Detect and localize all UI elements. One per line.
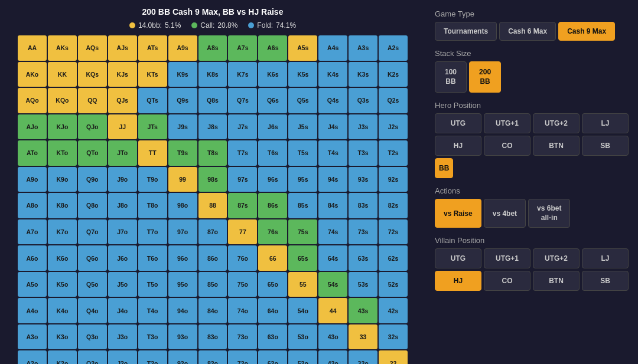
cell-22[interactable]: 22 — [379, 350, 408, 364]
cell-jto[interactable]: JTo — [108, 140, 137, 166]
cell-aa[interactable]: AA — [18, 35, 47, 61]
cell-tt[interactable]: TT — [138, 140, 167, 166]
btn-100bb[interactable]: 100BB — [435, 61, 467, 93]
cell-ato[interactable]: ATo — [18, 140, 47, 166]
cell-84o[interactable]: 84o — [198, 298, 227, 323]
cell-jj[interactable]: JJ — [108, 114, 137, 140]
cell-85s[interactable]: 85s — [288, 193, 317, 218]
cell-q7s[interactable]: Q7s — [228, 88, 257, 113]
cell-j5o[interactable]: J5o — [108, 272, 137, 297]
cell-kqo[interactable]: KQo — [48, 88, 77, 113]
cell-66[interactable]: 66 — [258, 245, 287, 271]
cell-t4s[interactable]: T4s — [318, 140, 347, 166]
cell-99[interactable]: 99 — [168, 167, 197, 192]
cell-j4s[interactable]: J4s — [318, 114, 347, 140]
cell-53s[interactable]: 53s — [349, 272, 377, 297]
cell-a6o[interactable]: A6o — [18, 245, 47, 271]
cell-k9s[interactable]: K9s — [168, 62, 197, 87]
cell-98o[interactable]: 98o — [168, 193, 197, 218]
cell-63s[interactable]: 63s — [349, 245, 377, 271]
cell-64o[interactable]: 64o — [258, 298, 287, 323]
cell-k5s[interactable]: K5s — [288, 62, 317, 87]
cell-t2o[interactable]: T2o — [138, 350, 167, 364]
cell-kjs[interactable]: KJs — [108, 62, 137, 87]
cell-q2s[interactable]: Q2s — [379, 88, 408, 113]
cell-t7s[interactable]: T7s — [228, 140, 257, 166]
villain-sb[interactable]: SB — [582, 271, 629, 291]
cell-97o[interactable]: 97o — [168, 219, 197, 245]
cell-kts[interactable]: KTs — [138, 62, 167, 87]
cell-65s[interactable]: 65s — [288, 245, 317, 271]
cell-t3s[interactable]: T3s — [349, 140, 377, 166]
cell-a4o[interactable]: A4o — [18, 298, 47, 323]
cell-33[interactable]: 33 — [349, 324, 377, 350]
cell-82s[interactable]: 82s — [379, 193, 408, 218]
cell-96s[interactable]: 96s — [258, 167, 287, 192]
cell-a2s[interactable]: A2s — [379, 35, 408, 61]
cell-ats[interactable]: ATs — [138, 35, 167, 61]
cell-q6s[interactable]: Q6s — [258, 88, 287, 113]
cell-87s[interactable]: 87s — [228, 193, 257, 218]
cell-q5s[interactable]: Q5s — [288, 88, 317, 113]
cell-j3s[interactable]: J3s — [349, 114, 377, 140]
cell-a8s[interactable]: A8s — [198, 35, 227, 61]
cell-j2s[interactable]: J2s — [379, 114, 408, 140]
hero-bb[interactable]: BB — [435, 158, 453, 178]
cell-kk[interactable]: KK — [48, 62, 77, 87]
cell-q8s[interactable]: Q8s — [198, 88, 227, 113]
cell-43o[interactable]: 43o — [318, 324, 347, 350]
cell-k2o[interactable]: K2o — [48, 350, 77, 364]
cell-j5s[interactable]: J5s — [288, 114, 317, 140]
btn-vs-6bet[interactable]: vs 6betall-in — [528, 199, 570, 228]
cell-q7o[interactable]: Q7o — [78, 219, 107, 245]
cell-a2o[interactable]: A2o — [18, 350, 47, 364]
cell-kto[interactable]: KTo — [48, 140, 77, 166]
cell-64s[interactable]: 64s — [318, 245, 347, 271]
cell-88[interactable]: 88 — [198, 193, 227, 218]
cell-72o[interactable]: 72o — [228, 350, 257, 364]
cell-94s[interactable]: 94s — [318, 167, 347, 192]
cell-qto[interactable]: QTo — [78, 140, 107, 166]
cell-qq[interactable]: QQ — [78, 88, 107, 113]
cell-53o[interactable]: 53o — [288, 324, 317, 350]
cell-k8o[interactable]: K8o — [48, 193, 77, 218]
btn-vs-4bet[interactable]: vs 4bet — [484, 199, 526, 228]
cell-93o[interactable]: 93o — [168, 324, 197, 350]
hero-hj[interactable]: HJ — [435, 136, 481, 156]
cell-76s[interactable]: 76s — [258, 219, 287, 245]
cell-jts[interactable]: JTs — [138, 114, 167, 140]
cell-75s[interactable]: 75s — [288, 219, 317, 245]
cell-j7s[interactable]: J7s — [228, 114, 257, 140]
cell-95s[interactable]: 95s — [288, 167, 317, 192]
cell-aks[interactable]: AKs — [48, 35, 77, 61]
cell-77[interactable]: 77 — [228, 219, 257, 245]
cell-a5s[interactable]: A5s — [288, 35, 317, 61]
hero-btn[interactable]: BTN — [533, 136, 580, 156]
villain-lj[interactable]: LJ — [582, 248, 629, 268]
cell-a8o[interactable]: A8o — [18, 193, 47, 218]
cell-42o[interactable]: 42o — [318, 350, 347, 364]
cell-92s[interactable]: 92s — [379, 167, 408, 192]
cell-a5o[interactable]: A5o — [18, 272, 47, 297]
cell-k4o[interactable]: K4o — [48, 298, 77, 323]
cell-a7s[interactable]: A7s — [228, 35, 257, 61]
cell-54s[interactable]: 54s — [318, 272, 347, 297]
villain-utg1[interactable]: UTG+1 — [484, 248, 530, 268]
cell-t8s[interactable]: T8s — [198, 140, 227, 166]
cell-q4s[interactable]: Q4s — [318, 88, 347, 113]
cell-83o[interactable]: 83o — [198, 324, 227, 350]
cell-j4o[interactable]: J4o — [108, 298, 137, 323]
cell-k7s[interactable]: K7s — [228, 62, 257, 87]
cell-q9s[interactable]: Q9s — [168, 88, 197, 113]
cell-q5o[interactable]: Q5o — [78, 272, 107, 297]
cell-t5s[interactable]: T5s — [288, 140, 317, 166]
cell-q3o[interactable]: Q3o — [78, 324, 107, 350]
cell-qts[interactable]: QTs — [138, 88, 167, 113]
cell-j6o[interactable]: J6o — [108, 245, 137, 271]
cell-32s[interactable]: 32s — [379, 324, 408, 350]
cell-t3o[interactable]: T3o — [138, 324, 167, 350]
cell-85o[interactable]: 85o — [198, 272, 227, 297]
hero-sb[interactable]: SB — [582, 136, 629, 156]
cell-k8s[interactable]: K8s — [198, 62, 227, 87]
cell-83s[interactable]: 83s — [349, 193, 377, 218]
